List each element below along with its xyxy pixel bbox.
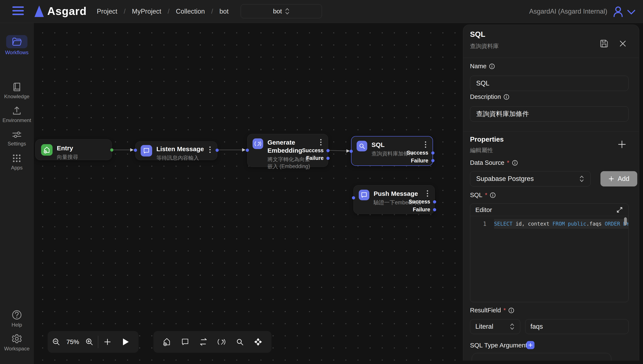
data-source-select[interactable]: Supabase Postgres xyxy=(470,171,591,186)
node-menu-icon[interactable] xyxy=(424,190,431,197)
input-port[interactable] xyxy=(134,148,137,152)
info-icon[interactable] xyxy=(489,63,495,69)
asgard-logo-icon xyxy=(35,6,44,17)
node-title: SQL xyxy=(372,141,414,149)
search-node-icon[interactable] xyxy=(232,331,247,353)
node-listen-message[interactable]: Listen Message 等待訊息內容輸入 xyxy=(135,142,217,160)
node-title: Listen Message xyxy=(156,145,204,153)
output-port-failure[interactable] xyxy=(327,157,330,160)
workflow-select-value: bot xyxy=(273,8,282,15)
sidebar-item-workspace[interactable]: Workspace xyxy=(0,334,34,352)
output-port-success[interactable] xyxy=(327,149,330,152)
diamond-logo-icon[interactable] xyxy=(251,331,265,353)
sidebar-item-help[interactable]: Help xyxy=(0,310,34,328)
add-data-source-button[interactable]: Add xyxy=(600,171,637,186)
input-port[interactable] xyxy=(352,196,355,200)
entry-node-icon[interactable] xyxy=(159,331,174,353)
breadcrumb-bot[interactable]: bot xyxy=(219,8,228,15)
save-icon[interactable] xyxy=(599,39,609,48)
input-port[interactable] xyxy=(246,148,249,152)
node-menu-icon[interactable] xyxy=(207,146,213,154)
required-asterisk: * xyxy=(485,192,487,198)
add-node-button[interactable] xyxy=(98,331,117,353)
result-field-type-select[interactable]: Literal xyxy=(470,319,520,334)
sidebar-item-knowledge[interactable]: Knowledge xyxy=(0,82,34,100)
zoom-in-icon[interactable] xyxy=(81,331,98,353)
sync-circle-icon xyxy=(252,138,263,149)
output-label-success: Success xyxy=(302,147,324,154)
close-icon[interactable] xyxy=(618,39,627,48)
output-label-success: Success xyxy=(407,150,428,156)
inspector-panel: SQL 查詢資料庫 Name SQL Description 查詢資料庫加條件 … xyxy=(463,25,639,360)
name-field-label: Name xyxy=(470,63,495,70)
workflow-select[interactable]: bot xyxy=(241,4,322,18)
breadcrumb-myproject[interactable]: MyProject xyxy=(132,8,161,15)
sidebar-item-workflows[interactable]: Workflows xyxy=(0,35,34,56)
sidebar-item-environment[interactable]: Environment xyxy=(0,106,34,123)
output-label-failure: Failure xyxy=(413,206,430,212)
required-asterisk: * xyxy=(507,159,509,166)
description-input[interactable]: 查詢資料庫加條件 xyxy=(470,106,628,122)
editor-scrollbar-thumb[interactable] xyxy=(624,217,627,225)
expand-icon[interactable] xyxy=(616,206,623,214)
sql-code-editor[interactable]: Editor 1 SELECT id, context FROM public.… xyxy=(470,204,628,302)
book-icon xyxy=(6,82,28,92)
add-property-icon[interactable] xyxy=(617,139,627,150)
user-avatar-icon[interactable] xyxy=(613,6,623,17)
node-menu-icon[interactable] xyxy=(318,138,324,146)
output-port-failure[interactable] xyxy=(433,208,436,211)
node-push-message[interactable]: Push Message 驗證一下embed內容 Success Failure xyxy=(354,185,435,214)
sidebar-item-settings[interactable]: Settings xyxy=(0,130,34,147)
output-port[interactable] xyxy=(110,148,113,152)
breadcrumb-separator: / xyxy=(124,8,126,15)
output-port[interactable] xyxy=(215,148,219,152)
output-label-failure: Failure xyxy=(306,155,324,161)
output-port-success[interactable] xyxy=(431,152,435,154)
message-node-icon[interactable] xyxy=(178,331,193,353)
info-icon[interactable] xyxy=(508,308,514,314)
upload-icon xyxy=(6,106,28,116)
brand-title: Asgard xyxy=(47,5,87,18)
line-number: 1 xyxy=(470,219,494,229)
info-icon[interactable] xyxy=(512,160,518,166)
node-menu-icon[interactable] xyxy=(422,141,429,148)
gear-icon xyxy=(6,334,28,344)
account-chevron-down-icon[interactable] xyxy=(627,9,636,15)
node-entry[interactable]: Entry 向量搜尋 xyxy=(35,139,112,160)
name-input[interactable]: SQL xyxy=(470,76,628,91)
breadcrumb-project[interactable]: Project xyxy=(97,8,117,15)
zoom-out-icon[interactable] xyxy=(48,331,65,353)
node-palette-toolbar xyxy=(153,331,271,353)
breadcrumb-collection[interactable]: Collection xyxy=(176,8,205,15)
swap-arrows-icon[interactable] xyxy=(196,331,211,353)
code-line[interactable]: 1 SELECT id, context FROM public.faqs OR… xyxy=(470,219,628,229)
sql-type-arguments-container xyxy=(472,353,611,360)
required-asterisk: * xyxy=(503,307,506,314)
editor-header: Editor xyxy=(470,204,628,216)
sidebar-item-label: Help xyxy=(0,322,34,328)
node-title: Entry xyxy=(57,144,78,152)
top-navbar: Asgard Project / MyProject / Collection … xyxy=(0,0,643,23)
output-port-success[interactable] xyxy=(433,200,436,204)
run-workflow-button[interactable] xyxy=(117,331,135,353)
result-field-input[interactable]: faqs xyxy=(525,319,628,334)
sidebar-item-label: Knowledge xyxy=(0,94,34,100)
output-port-failure[interactable] xyxy=(431,159,435,162)
sidebar-item-apps[interactable]: Apps xyxy=(0,154,34,171)
info-icon[interactable] xyxy=(490,192,496,198)
node-sql[interactable]: SQL 查詢資料庫加條件 Success Failure xyxy=(351,136,433,166)
breadcrumb-separator: / xyxy=(168,8,170,15)
input-port[interactable] xyxy=(350,150,353,153)
hamburger-menu-icon[interactable] xyxy=(12,6,24,16)
house-plus-icon xyxy=(41,144,53,156)
chat-bubble-icon xyxy=(141,145,152,156)
help-circle-icon xyxy=(6,310,28,320)
info-icon[interactable] xyxy=(503,94,509,100)
node-generate-embedding[interactable]: Generate Embedding 將文字轉化為向量嵌入 (Embedding… xyxy=(247,134,328,167)
panel-title: SQL xyxy=(470,30,485,38)
plus-icon xyxy=(608,176,614,182)
output-label-success: Success xyxy=(409,198,430,205)
embedding-node-icon[interactable] xyxy=(214,331,229,353)
node-subtitle: 向量搜尋 xyxy=(57,154,78,160)
add-sql-type-argument-button[interactable] xyxy=(526,341,534,349)
